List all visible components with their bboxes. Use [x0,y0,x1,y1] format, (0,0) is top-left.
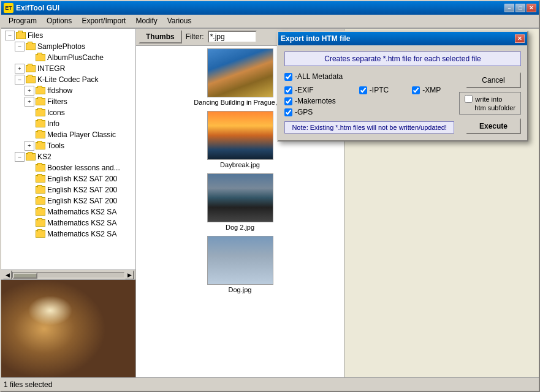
file-tree[interactable]: – Files – SamplePhotos AlbumPlusCache [1,29,135,270]
menu-program[interactable]: Program [4,15,42,26]
expand-files[interactable]: – [5,31,15,40]
folder-icon-math3 [36,230,45,238]
expand-filters[interactable]: + [25,97,34,107]
hscroll-right-btn[interactable]: ▶ [124,270,134,280]
tree-label-icons: Icons [47,108,65,117]
tree-item-integr[interactable]: + INTEGR [2,63,134,74]
tree-item-klite[interactable]: – K-Lite Codec Pack [2,74,134,85]
title-bar: ET ExifTool GUI – □ ✕ [1,1,539,15]
tree-item-math2[interactable]: Mathematics KS2 SA [2,217,134,228]
hscroll-left-btn[interactable]: ◀ [2,270,12,280]
expand-integr[interactable]: + [15,64,25,74]
gps-checkbox[interactable] [284,108,292,116]
exif-checkbox[interactable] [284,86,292,94]
tree-item-info[interactable]: Info [2,118,134,129]
folder-icon-eng1 [36,175,45,183]
folder-icon-info [36,120,45,127]
tree-label-math1: Mathematics KS2 SA [47,208,116,216]
iptc-checkbox[interactable] [359,86,367,94]
tree-hscroll[interactable]: ◀ ▶ [1,270,135,279]
expand-samplephotos[interactable]: – [15,42,25,51]
htm-subfolder-checkbox[interactable] [465,95,473,103]
tree-item-eng3[interactable]: English KS2 SAT 200 [2,195,134,206]
thumb-daybreak[interactable]: Daybreak.jpg [207,111,273,168]
tree-item-eng1[interactable]: English KS2 SAT 200 [2,173,134,184]
tree-item-tools[interactable]: + Tools [2,140,134,151]
status-bar: 1 files selected [1,377,539,391]
menu-various[interactable]: Various [162,15,197,26]
tree-item-ffdshow[interactable]: + ffdshow [2,85,134,96]
thumb-label-daybreak: Daybreak.jpg [220,161,260,168]
tree-item-math1[interactable]: Mathematics KS2 SA [2,206,134,217]
write-into-label: write into [475,96,502,103]
window-close-button[interactable]: ✕ [527,4,536,12]
thumb-dog2[interactable]: Dog 2.jpg [207,173,273,231]
folder-icon-eng2 [36,186,45,194]
tree-item-math3[interactable]: Mathematics KS2 SA [2,228,134,239]
cancel-button[interactable]: Cancel [466,72,521,88]
dialog-info-text: Creates separate *.htm file for each sel… [284,51,521,66]
tree-item-eng2[interactable]: English KS2 SAT 200 [2,184,134,195]
hscroll-thumb[interactable] [13,273,37,279]
tree-item-ks2[interactable]: – KS2 [2,151,134,162]
status-text: 1 files selected [4,380,52,389]
tree-item-icons[interactable]: Icons [2,107,134,118]
all-metadata-label: -ALL Metadata [295,72,343,81]
xmp-checkbox[interactable] [412,86,420,94]
expand-tools[interactable]: + [25,141,34,151]
folder-icon-booster [36,164,45,172]
hscroll-track[interactable] [12,272,124,278]
menu-modify[interactable]: Modify [131,15,162,26]
thumb-label-dog2: Dog 2.jpg [226,224,254,231]
thumb-image-daybreak [207,111,273,160]
folder-icon-math2 [36,219,45,227]
execute-button[interactable]: Execute [466,118,521,134]
exif-label: -EXIF [295,86,314,94]
metadata-checkboxes: -EXIF -IPTC -XMP [284,86,454,116]
tree-label-tools: Tools [47,141,64,150]
all-metadata-checkbox[interactable] [284,73,292,81]
all-metadata-row: -ALL Metadata [284,72,454,81]
dialog-title-bar: Export into HTM file ✕ [278,32,527,45]
folder-icon-samplephotos [26,43,36,50]
tree-item-albumplusc[interactable]: AlbumPlusCache [2,52,134,63]
thumb-label-prague: Dancing Building in Prague.jpg [194,99,286,106]
menu-export-import[interactable]: Export/Import [77,15,131,26]
thumb-dog[interactable]: Dog.jpg [207,236,273,293]
thumb-label-dog: Dog.jpg [229,286,252,293]
dialog-close-button[interactable]: ✕ [515,34,525,43]
empty-checkbox-item-1 [359,97,402,105]
folder-icon-files [16,32,26,39]
preview-thumbnail [1,279,135,377]
expand-ffdshow[interactable]: + [25,86,34,96]
thumb-prague[interactable]: Dancing Building in Prague.jpg [194,48,286,106]
menu-options[interactable]: Options [42,15,77,26]
dialog-left-col: -ALL Metadata -EXIF -IPTC [284,72,454,134]
tree-label-eng3: English KS2 SAT 200 [47,197,117,205]
exif-checkbox-item: -EXIF [284,86,349,94]
minimize-button[interactable]: – [504,4,514,12]
tree-label-files: Files [28,31,43,40]
thumbs-button[interactable]: Thumbs [139,30,182,43]
tree-label-info: Info [47,119,59,128]
expand-ks2[interactable]: – [15,152,25,162]
tree-item-files[interactable]: – Files [2,30,134,41]
restore-button[interactable]: □ [515,4,525,12]
tree-label-math2: Mathematics KS2 SA [47,219,116,227]
dialog-right-col: Cancel write into htm subfolder Execute [459,72,521,134]
tree-item-booster[interactable]: Booster lessons and... [2,162,134,173]
app-icon: ET [4,3,13,13]
window-controls: – □ ✕ [504,4,536,12]
filter-label: Filter: [186,32,204,41]
tree-item-filters[interactable]: + Filters [2,96,134,107]
tree-item-mpc[interactable]: Media Player Classic [2,129,134,140]
makernotes-checkbox[interactable] [284,97,292,105]
dialog-title: Export into HTM file [281,34,515,43]
dialog-main-content: -ALL Metadata -EXIF -IPTC [284,72,521,134]
tree-item-samplephotos[interactable]: – SamplePhotos [2,41,134,52]
filter-input[interactable] [208,31,257,43]
preview-image [1,280,135,377]
window-frame: ET ExifTool GUI – □ ✕ Program Options Ex… [0,0,540,392]
expand-klite[interactable]: – [15,75,25,85]
dialog-body: Creates separate *.htm file for each sel… [278,45,527,140]
